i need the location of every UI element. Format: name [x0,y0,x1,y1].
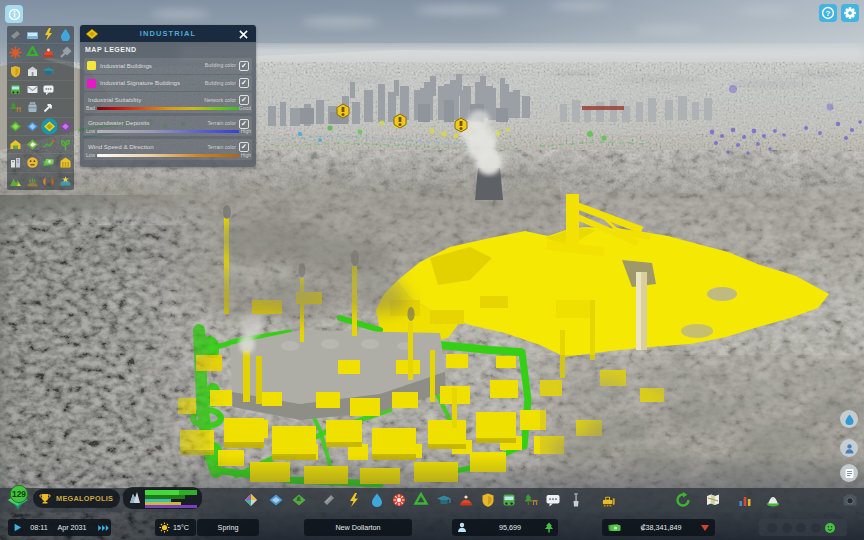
svg-text:129: 129 [12,489,26,499]
svg-text:?: ? [826,9,831,18]
